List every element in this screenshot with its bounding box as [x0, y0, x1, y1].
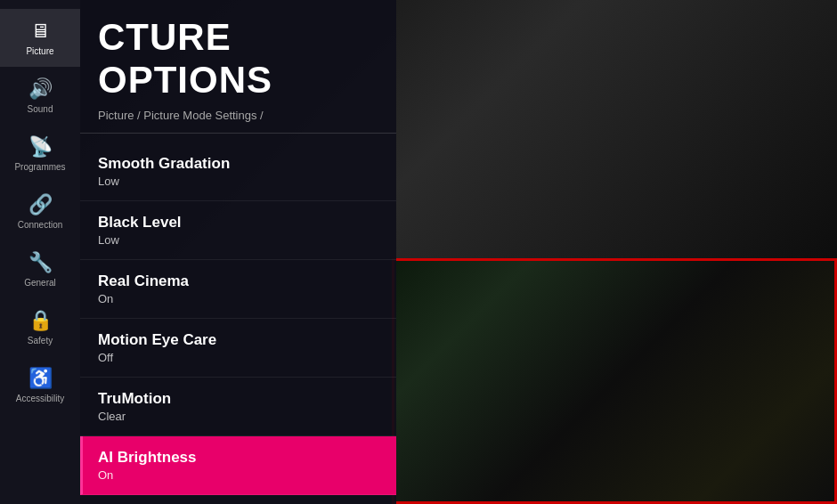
menu-item-smooth-gradation[interactable]: Smooth Gradation Low [80, 142, 396, 201]
programmes-icon: 📡 [28, 135, 53, 159]
menu-item-value-motion-eye-care: Off [98, 351, 378, 364]
menu-item-value-real-cinema: On [98, 292, 378, 305]
safety-icon: 🔒 [28, 309, 53, 332]
menu-item-ai-brightness[interactable]: AI Brightness On [80, 436, 396, 495]
menu-list: Smooth Gradation Low Black Level Low Rea… [80, 134, 396, 504]
main-panel: CTURE OPTIONS Picture / Picture Mode Set… [80, 0, 396, 504]
accessibility-icon: ♿ [28, 367, 53, 390]
sidebar-item-safety[interactable]: 🔒 Safety [0, 298, 80, 356]
sidebar: 🖥 Picture 🔊 Sound 📡 Programmes 🔗 Connect… [0, 0, 80, 504]
sidebar-label-sound: Sound [28, 104, 53, 114]
sidebar-item-picture[interactable]: 🖥 Picture [0, 9, 80, 67]
sidebar-label-programmes: Programmes [14, 162, 65, 172]
sidebar-label-accessibility: Accessibility [16, 394, 64, 403]
menu-item-motion-eye-care[interactable]: Motion Eye Care Off [80, 319, 396, 378]
breadcrumb: Picture / Picture Mode Settings / [80, 109, 396, 134]
sound-icon: 🔊 [28, 77, 53, 101]
sidebar-label-safety: Safety [28, 336, 53, 345]
menu-item-value-black-level: Low [98, 233, 378, 247]
sidebar-label-general: General [24, 278, 56, 288]
menu-item-name-black-level: Black Level [98, 214, 378, 232]
sidebar-item-connection[interactable]: 🔗 Connection [0, 183, 80, 240]
menu-item-trumotion[interactable]: TruMotion Clear [80, 378, 396, 436]
scene-bottom [392, 258, 837, 504]
menu-item-value-smooth-gradation: Low [98, 175, 378, 188]
menu-item-value-ai-brightness: On [98, 468, 378, 482]
menu-item-black-level[interactable]: Black Level Low [80, 201, 396, 260]
sidebar-item-sound[interactable]: 🔊 Sound [0, 67, 80, 125]
menu-item-name-real-cinema: Real Cinema [98, 272, 378, 290]
connection-icon: 🔗 [28, 193, 53, 216]
general-icon: 🔧 [28, 251, 53, 274]
page-title: CTURE OPTIONS [80, 0, 396, 109]
sidebar-item-programmes[interactable]: 📡 Programmes [0, 125, 80, 183]
menu-item-name-motion-eye-care: Motion Eye Care [98, 331, 378, 349]
menu-item-name-ai-brightness: AI Brightness [98, 449, 378, 467]
sidebar-label-connection: Connection [18, 220, 63, 230]
picture-icon: 🖥 [30, 20, 50, 43]
sidebar-item-general[interactable]: 🔧 General [0, 240, 80, 298]
menu-item-name-smooth-gradation: Smooth Gradation [98, 155, 378, 173]
sidebar-label-picture: Picture [26, 46, 53, 56]
menu-item-value-trumotion: Clear [98, 410, 378, 423]
sidebar-item-accessibility[interactable]: ♿ Accessibility [0, 356, 80, 414]
menu-item-real-cinema[interactable]: Real Cinema On [80, 260, 396, 319]
menu-item-name-trumotion: TruMotion [98, 390, 378, 408]
